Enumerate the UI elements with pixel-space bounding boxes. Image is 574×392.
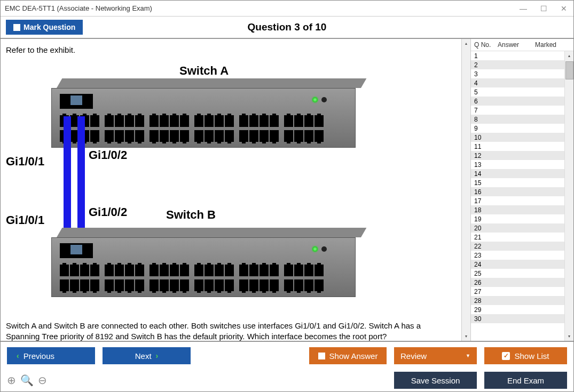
question-row[interactable]: 9 <box>471 124 564 133</box>
question-row[interactable]: 6 <box>471 97 564 106</box>
question-list-body: 1234567891011121314151617181920212223242… <box>471 51 573 341</box>
titlebar: EMC DEA-5TT1 (Associate - Networking Exa… <box>1 1 573 17</box>
mark-question-label: Mark Question <box>23 23 75 31</box>
port-row-top <box>60 265 327 276</box>
question-row[interactable]: 11 <box>471 142 564 151</box>
question-row[interactable]: 19 <box>471 214 564 223</box>
mgmt-port-icon <box>60 94 93 109</box>
end-exam-button[interactable]: End Exam <box>484 372 567 389</box>
question-row[interactable]: 10 <box>471 133 564 142</box>
content-area: Refer to the exhibit. Switch A <box>1 39 461 341</box>
question-row[interactable]: 12 <box>471 151 564 160</box>
switch-top-face <box>57 228 366 237</box>
question-row[interactable]: 18 <box>471 205 564 214</box>
col-marked: Marked <box>535 41 572 49</box>
switch-b-label: Switch B <box>166 208 216 222</box>
minimize-button[interactable]: — <box>518 4 529 13</box>
port-label-b2: Gi1/0/2 <box>89 205 127 219</box>
previous-button[interactable]: ‹ Previous <box>7 347 95 364</box>
port-row-top <box>60 115 327 127</box>
scroll-up-icon[interactable]: ▴ <box>462 39 470 48</box>
question-row[interactable]: 30 <box>471 314 564 323</box>
content-scrollbar[interactable]: ▴ ▾ <box>461 39 470 341</box>
footer-row-1: ‹ Previous Next › Show Answer Review ▼ ✓… <box>7 347 567 364</box>
question-row[interactable]: 15 <box>471 178 564 187</box>
show-answer-label: Show Answer <box>329 351 378 361</box>
checkbox-icon <box>318 353 325 359</box>
show-answer-button[interactable]: Show Answer <box>309 347 387 364</box>
question-row[interactable]: 25 <box>471 269 564 278</box>
next-label: Next <box>135 351 152 361</box>
question-list-scrollbar[interactable]: ▴ ▾ <box>564 51 573 341</box>
question-row[interactable]: 5 <box>471 87 564 97</box>
question-row[interactable]: 7 <box>471 106 564 115</box>
main-area: Refer to the exhibit. Switch A <box>1 39 573 341</box>
question-row[interactable]: 22 <box>471 242 564 251</box>
led-green-icon <box>312 246 318 252</box>
question-row[interactable]: 26 <box>471 278 564 287</box>
question-text: Switch A and Switch B are connected to e… <box>6 321 456 341</box>
zoom-in-icon[interactable]: ⊕ <box>7 374 16 387</box>
show-list-label: Show List <box>514 351 549 361</box>
header-row: Mark Question Question 3 of 10 <box>1 17 573 39</box>
show-list-button[interactable]: ✓ Show List <box>484 347 567 364</box>
switch-b <box>51 237 356 297</box>
close-button[interactable]: ✕ <box>559 4 569 13</box>
save-session-label: Save Session <box>411 376 460 385</box>
window-controls: — ☐ ✕ <box>518 4 569 13</box>
footer: ‹ Previous Next › Show Answer Review ▼ ✓… <box>1 341 573 391</box>
question-list-header: Q No. Answer Marked <box>471 39 573 51</box>
next-button[interactable]: Next › <box>103 347 191 364</box>
app-window: EMC DEA-5TT1 (Associate - Networking Exa… <box>0 0 574 392</box>
zoom-reset-icon[interactable]: 🔍 <box>20 374 34 387</box>
exhibit-diagram: Switch A <box>6 59 456 341</box>
save-session-button[interactable]: Save Session <box>394 372 477 389</box>
footer-row-2: ⊕ 🔍 ⊖ Save Session End Exam <box>7 372 567 389</box>
mark-question-button[interactable]: Mark Question <box>6 20 83 35</box>
switch-a-body <box>51 88 356 148</box>
question-row[interactable]: 23 <box>471 251 564 260</box>
col-qno: Q No. <box>474 41 498 49</box>
question-list-panel: Q No. Answer Marked 12345678910111213141… <box>470 39 573 341</box>
review-dropdown[interactable]: Review ▼ <box>394 347 477 364</box>
question-row[interactable]: 1 <box>471 51 564 60</box>
scroll-up-icon[interactable]: ▴ <box>565 51 573 60</box>
port-row-bottom <box>60 130 327 142</box>
port-label-a1: Gi1/0/1 <box>6 155 44 169</box>
question-row[interactable]: 4 <box>471 78 564 87</box>
question-row[interactable]: 16 <box>471 187 564 196</box>
question-row[interactable]: 8 <box>471 115 564 124</box>
switch-a-label: Switch A <box>179 64 229 78</box>
port-label-a2: Gi1/0/2 <box>89 148 127 162</box>
question-row[interactable]: 27 <box>471 287 564 296</box>
question-counter: Question 3 of 10 <box>248 21 327 33</box>
question-row[interactable]: 13 <box>471 160 564 169</box>
switch-a <box>51 88 356 148</box>
zoom-out-icon[interactable]: ⊖ <box>38 374 47 387</box>
switch-top-face <box>57 78 366 88</box>
scroll-thumb[interactable] <box>565 61 573 79</box>
led-off-icon <box>321 97 327 102</box>
led-off-icon <box>321 246 327 252</box>
chevron-left-icon: ‹ <box>17 351 19 360</box>
chevron-right-icon: › <box>156 351 159 360</box>
question-row[interactable]: 17 <box>471 196 564 205</box>
previous-label: Previous <box>23 351 54 361</box>
led-green-icon <box>312 97 318 102</box>
question-row[interactable]: 24 <box>471 260 564 269</box>
scroll-down-icon[interactable]: ▾ <box>462 332 470 341</box>
question-row[interactable]: 20 <box>471 223 564 233</box>
exhibit-intro: Refer to the exhibit. <box>6 45 456 54</box>
question-row[interactable]: 2 <box>471 60 564 69</box>
question-row[interactable]: 28 <box>471 296 564 305</box>
review-label: Review <box>400 351 427 361</box>
question-row[interactable]: 14 <box>471 169 564 178</box>
port-row-bottom <box>60 279 327 291</box>
scroll-down-icon[interactable]: ▾ <box>565 332 573 341</box>
question-row[interactable]: 29 <box>471 305 564 314</box>
question-row[interactable]: 3 <box>471 69 564 78</box>
col-answer: Answer <box>498 41 535 49</box>
checkbox-icon <box>13 24 20 31</box>
question-row[interactable]: 21 <box>471 233 564 242</box>
maximize-button[interactable]: ☐ <box>538 4 549 13</box>
